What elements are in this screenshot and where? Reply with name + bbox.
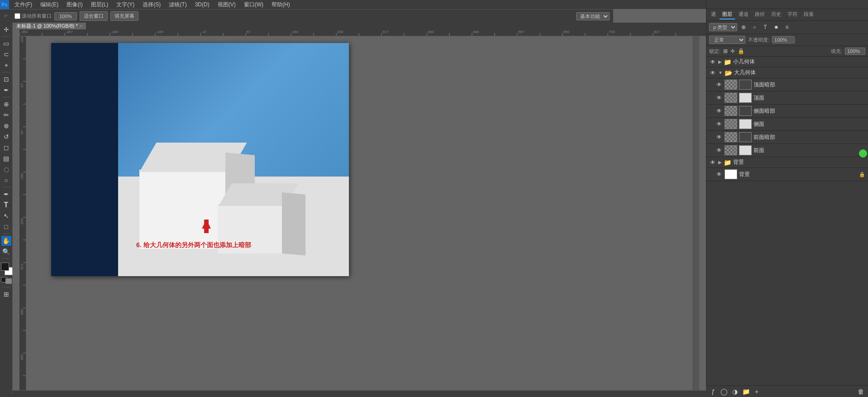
tab-paths[interactable]: 路径 xyxy=(752,10,768,19)
blend-opacity-row: 正常 不透明度: xyxy=(706,34,868,46)
fill-input[interactable] xyxy=(845,48,865,55)
document-tab[interactable]: 未标题-1 @ 100%(RGB/8) * × xyxy=(13,23,86,29)
move-tool[interactable]: ✛ xyxy=(1,24,11,34)
menu-image[interactable]: 图像(I) xyxy=(63,0,86,10)
vertical-scrollbar[interactable] xyxy=(692,36,699,390)
layer-icon-3[interactable]: T xyxy=(761,23,770,32)
tab-paragraph[interactable]: 段落 xyxy=(801,10,816,19)
fill-screen-button[interactable]: 填充屏幕 xyxy=(110,11,138,21)
thumb-top xyxy=(725,93,737,103)
lock-icon-all[interactable]: 🔒 xyxy=(738,48,744,54)
menu-view[interactable]: 视图(V) xyxy=(214,0,239,10)
layer-group-small-geom[interactable]: 👁 ▶ 📁 小几何体 xyxy=(706,57,868,67)
layer-icon-4[interactable]: ■ xyxy=(772,23,781,32)
arrow-head xyxy=(202,220,211,229)
visibility-side-dark[interactable]: 👁 xyxy=(715,107,723,115)
visibility-background[interactable]: 👁 xyxy=(715,171,723,178)
type-filter-select[interactable]: ρ 类型 xyxy=(709,23,737,31)
expand-large-geom[interactable]: ▼ xyxy=(718,70,723,75)
ps-logo: Ps xyxy=(0,0,9,9)
visibility-background-group[interactable]: 👁 xyxy=(709,159,716,166)
menu-edit[interactable]: 编辑(E) xyxy=(37,0,62,10)
visibility-front-dark[interactable]: 👁 xyxy=(715,134,723,141)
lock-icon-move[interactable]: ✛ xyxy=(730,48,735,54)
tab-close-button[interactable]: × xyxy=(80,24,82,29)
menu-filter[interactable]: 滤镜(T) xyxy=(165,0,190,10)
menu-3d[interactable]: 3D(D) xyxy=(191,0,213,9)
menu-window[interactable]: 窗口(W) xyxy=(240,0,267,10)
new-group-button[interactable]: 📁 xyxy=(741,387,750,396)
eyedropper-tool[interactable]: ✒ xyxy=(1,85,11,95)
visibility-side[interactable]: 👁 xyxy=(715,120,723,128)
menu-select[interactable]: 选择(S) xyxy=(139,0,164,10)
expand-background-group[interactable]: ▶ xyxy=(718,160,722,165)
layer-icon-1[interactable]: ⊕ xyxy=(739,23,748,32)
pen-tool[interactable]: ✒ xyxy=(1,189,11,199)
new-fill-button[interactable]: ◑ xyxy=(730,387,739,396)
dodge-tool[interactable]: ○ xyxy=(1,175,11,185)
add-mask-button[interactable]: ◯ xyxy=(720,387,729,396)
foreground-color[interactable] xyxy=(1,263,9,271)
tab-channel-mini[interactable]: 通 xyxy=(708,10,719,19)
layer-background[interactable]: 👁 背景 🔒 xyxy=(706,168,868,181)
layer-icon-5[interactable]: ≡ xyxy=(782,23,792,32)
menu-file[interactable]: 文件(F) xyxy=(11,0,36,10)
tab-layers[interactable]: 图层 xyxy=(720,10,735,19)
tab-channels[interactable]: 通道 xyxy=(736,10,751,19)
quickmask-mode[interactable] xyxy=(5,278,12,284)
path-select-tool[interactable]: ↖ xyxy=(1,211,11,221)
tab-character[interactable]: 字符 xyxy=(785,10,800,19)
visibility-large-geom[interactable]: 👁 xyxy=(709,69,716,77)
expand-small-geom[interactable]: ▶ xyxy=(718,59,722,64)
delete-layer-button[interactable]: 🗑 xyxy=(856,387,865,396)
menu-layer[interactable]: 图层(L) xyxy=(87,0,112,10)
visibility-small-geom[interactable]: 👁 xyxy=(709,58,716,66)
eraser-tool[interactable]: ◻ xyxy=(1,143,11,153)
layer-side-dark[interactable]: 👁 侧面暗部 xyxy=(706,105,868,118)
shape-tool[interactable]: □ xyxy=(1,222,11,232)
layer-front[interactable]: 👁 前面 xyxy=(706,144,868,157)
screen-mode[interactable]: ⊞ xyxy=(1,289,11,299)
layer-group-large-geom[interactable]: 👁 ▼ 📂 大几何体 xyxy=(706,67,868,78)
history-brush-tool[interactable]: ↺ xyxy=(1,132,11,142)
fit-window-button[interactable]: 适合窗口 xyxy=(80,11,108,21)
folder-icon-background-group: 📁 xyxy=(724,159,731,166)
brush-tool[interactable]: ✏ xyxy=(1,110,11,120)
visibility-top-dark[interactable]: 👁 xyxy=(715,81,723,88)
add-style-button[interactable]: ƒ xyxy=(709,387,718,396)
layer-front-dark[interactable]: 👁 前面暗部 xyxy=(706,131,868,144)
layer-group-background[interactable]: 👁 ▶ 📁 背景 xyxy=(706,157,868,168)
blur-tool[interactable]: ◌ xyxy=(1,164,11,174)
layer-name-front: 前面 xyxy=(754,147,865,154)
gradient-tool[interactable]: ▤ xyxy=(1,153,11,163)
visibility-top[interactable]: 👁 xyxy=(715,94,723,101)
menu-text[interactable]: 文字(Y) xyxy=(113,0,138,10)
workspace-select[interactable]: 基本功能 xyxy=(576,12,610,20)
opacity-input[interactable] xyxy=(772,36,795,43)
layer-side[interactable]: 👁 侧面 xyxy=(706,118,868,131)
new-layer-button[interactable]: + xyxy=(752,387,761,396)
large-box-front xyxy=(139,170,228,249)
spot-heal-tool[interactable]: ⊕ xyxy=(1,99,11,109)
blend-mode-select[interactable]: 正常 xyxy=(709,36,745,44)
zoom-tool[interactable]: 🔍 xyxy=(1,247,11,257)
zoom-level[interactable]: 100% xyxy=(54,12,77,20)
magic-wand-tool[interactable]: ⌖ xyxy=(1,60,11,70)
text-tool[interactable]: T xyxy=(1,200,11,210)
layer-icon-2[interactable]: ○ xyxy=(750,23,759,32)
visibility-front[interactable]: 👁 xyxy=(715,147,723,154)
hand-tool[interactable]: ✋ xyxy=(1,236,11,246)
lock-icon-pixel[interactable]: ⊞ xyxy=(723,48,728,54)
marquee-tool[interactable]: ▭ xyxy=(1,38,11,48)
color-swatches[interactable] xyxy=(0,263,13,275)
clone-tool[interactable]: ⊗ xyxy=(1,121,11,131)
menu-help[interactable]: 帮助(H) xyxy=(268,0,294,10)
thumb-front xyxy=(725,145,737,155)
tab-history[interactable]: 历史 xyxy=(768,10,784,19)
layer-top-dark[interactable]: 👁 顶面暗部 xyxy=(706,78,868,91)
scroll-all-checkbox[interactable] xyxy=(14,13,20,19)
lasso-tool[interactable]: ⊂ xyxy=(1,49,11,59)
crop-tool[interactable]: ⊡ xyxy=(1,74,11,84)
layer-top[interactable]: 👁 顶面 xyxy=(706,91,868,105)
tool-options: ☞ xyxy=(4,13,8,19)
